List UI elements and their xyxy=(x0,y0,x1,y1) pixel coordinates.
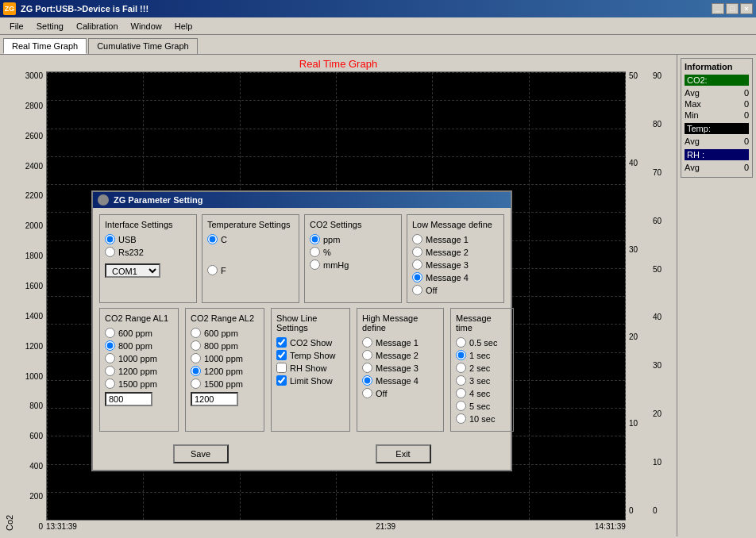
radio-percent-label: % xyxy=(323,248,331,257)
save-button[interactable]: Save xyxy=(173,444,229,463)
high-message-title: High Message define xyxy=(362,313,438,332)
radio-time-1-label: 1 sec xyxy=(469,351,490,360)
low-message-group: Low Message define Message 1 Message 2 M… xyxy=(407,214,504,303)
radio-celsius-input[interactable] xyxy=(207,234,218,244)
radio-fahrenheit-input[interactable] xyxy=(207,265,218,275)
modal-top-row: Interface Settings USB Rs232 COM1 COM2 C xyxy=(99,214,504,303)
radio-al1-600-input[interactable] xyxy=(105,328,115,338)
radio-high-msg2-input[interactable] xyxy=(362,350,372,360)
radio-al2-600-input[interactable] xyxy=(191,328,201,338)
radio-time-1: 1 sec xyxy=(456,350,508,360)
radio-al2-1500-label: 1500 ppm xyxy=(204,379,243,389)
radio-mmhg-label: mmHg xyxy=(323,260,349,270)
radio-al1-1500-input[interactable] xyxy=(105,379,115,389)
radio-al2-800-label: 800 ppm xyxy=(204,341,238,351)
cb-tempshow-input[interactable] xyxy=(276,350,287,360)
radio-rs232-label: Rs232 xyxy=(118,248,144,257)
radio-high-msg3-input[interactable] xyxy=(362,363,372,373)
radio-al1-600: 600 ppm xyxy=(105,328,173,338)
high-message-group: High Message define Message 1 Message 2 … xyxy=(357,308,444,432)
radio-ppm: ppm xyxy=(310,234,396,244)
radio-low-msg3-input[interactable] xyxy=(412,259,422,270)
show-line-title: Show Line Settings xyxy=(276,313,345,332)
radio-time-1-input[interactable] xyxy=(456,350,466,360)
radio-time-10-input[interactable] xyxy=(456,413,466,424)
radio-ppm-input[interactable] xyxy=(310,234,320,244)
radio-time-5-input[interactable] xyxy=(456,401,466,411)
radio-fahrenheit-label: F xyxy=(221,266,226,275)
radio-percent-input[interactable] xyxy=(310,247,320,257)
co2-al2-group: CO2 Range AL2 600 ppm 800 ppm 1000 ppm xyxy=(185,308,264,432)
exit-button[interactable]: Exit xyxy=(376,444,431,463)
radio-time-4-label: 4 sec xyxy=(469,389,490,398)
radio-al2-600-label: 600 ppm xyxy=(204,329,238,338)
radio-low-msg4: Message 4 xyxy=(412,272,499,282)
radio-al2-800-input[interactable] xyxy=(191,340,201,351)
radio-percent: % xyxy=(310,247,396,257)
al1-custom-input[interactable] xyxy=(105,392,152,406)
modal-body: Interface Settings USB Rs232 COM1 COM2 C xyxy=(93,208,511,438)
radio-low-msg2-input[interactable] xyxy=(412,247,422,257)
radio-al1-1000-input[interactable] xyxy=(105,353,115,363)
radio-al2-1500-input[interactable] xyxy=(191,379,201,389)
co2-settings-group: CO2 Settings ppm % mmHg xyxy=(304,214,402,303)
co2-settings-title: CO2 Settings xyxy=(310,220,396,229)
radio-ppm-label: ppm xyxy=(323,235,340,244)
radio-high-msg1: Message 1 xyxy=(362,337,438,348)
radio-al1-800-label: 800 ppm xyxy=(118,341,152,351)
radio-al2-1000-label: 1000 ppm xyxy=(204,354,243,363)
temp-settings-group: Temperature Settings C F xyxy=(202,214,299,303)
show-line-group: Show Line Settings CO2 Show Temp Show RH… xyxy=(271,308,350,432)
cb-rhshow-input[interactable] xyxy=(276,363,287,373)
radio-low-msg2-label: Message 2 xyxy=(426,248,469,257)
radio-al1-1200-label: 1200 ppm xyxy=(118,367,157,376)
radio-al1-1500-label: 1500 ppm xyxy=(118,379,157,389)
cb-co2show-input[interactable] xyxy=(276,337,287,348)
radio-time-4: 4 sec xyxy=(456,388,508,398)
radio-al1-800-input[interactable] xyxy=(105,340,115,351)
radio-mmhg-input[interactable] xyxy=(310,259,320,270)
radio-rs232-input[interactable] xyxy=(105,247,115,257)
radio-low-msg3: Message 3 xyxy=(412,259,499,270)
radio-high-msg1-label: Message 1 xyxy=(376,338,418,348)
modal-title: ZG Parameter Setting xyxy=(114,195,202,205)
radio-high-msg2-label: Message 2 xyxy=(376,351,418,360)
radio-high-msg1-input[interactable] xyxy=(362,337,372,348)
com-port-select[interactable]: COM1 COM2 COM3 COM4 xyxy=(105,263,160,278)
radio-time-4-input[interactable] xyxy=(456,388,466,398)
radio-usb-input[interactable] xyxy=(105,234,115,244)
cb-co2show: CO2 Show xyxy=(276,337,345,348)
radio-al2-1000: 1000 ppm xyxy=(191,353,259,363)
radio-high-off-input[interactable] xyxy=(362,388,372,398)
cb-limitshow-label: Limit Show xyxy=(290,376,333,386)
radio-high-msg4-input[interactable] xyxy=(362,375,372,386)
modal-title-bar: ZG Parameter Setting xyxy=(93,192,511,208)
radio-low-msg4-input[interactable] xyxy=(412,272,422,282)
radio-time-2-label: 2 sec xyxy=(469,363,490,373)
radio-al1-1200-input[interactable] xyxy=(105,366,115,376)
radio-time-3: 3 sec xyxy=(456,375,508,386)
radio-time-2-input[interactable] xyxy=(456,363,466,373)
message-time-group: Message time 0.5 sec 1 sec 2 sec xyxy=(450,308,514,432)
radio-al1-800: 800 ppm xyxy=(105,340,173,351)
radio-low-off-input[interactable] xyxy=(412,285,422,295)
radio-low-msg3-label: Message 3 xyxy=(426,260,469,270)
radio-time-0.5-label: 0.5 sec xyxy=(469,338,497,348)
radio-time-0.5-input[interactable] xyxy=(456,337,466,348)
radio-al2-1200: 1200 ppm xyxy=(191,366,259,376)
radio-al1-1000: 1000 ppm xyxy=(105,353,173,363)
radio-al2-1000-input[interactable] xyxy=(191,353,201,363)
radio-celsius-label: C xyxy=(221,235,227,244)
radio-time-2: 2 sec xyxy=(456,363,508,373)
radio-al2-1200-input[interactable] xyxy=(191,366,201,376)
radio-low-msg1-input[interactable] xyxy=(412,234,422,244)
radio-time-3-label: 3 sec xyxy=(469,376,490,386)
al2-custom-input[interactable] xyxy=(191,392,238,406)
cb-rhshow-label: RH Show xyxy=(290,363,326,373)
cb-tempshow: Temp Show xyxy=(276,350,345,360)
radio-time-5: 5 sec xyxy=(456,401,508,411)
radio-time-3-input[interactable] xyxy=(456,375,466,386)
cb-limitshow-input[interactable] xyxy=(276,375,287,386)
radio-low-off: Off xyxy=(412,285,499,295)
radio-al2-1500: 1500 ppm xyxy=(191,379,259,389)
